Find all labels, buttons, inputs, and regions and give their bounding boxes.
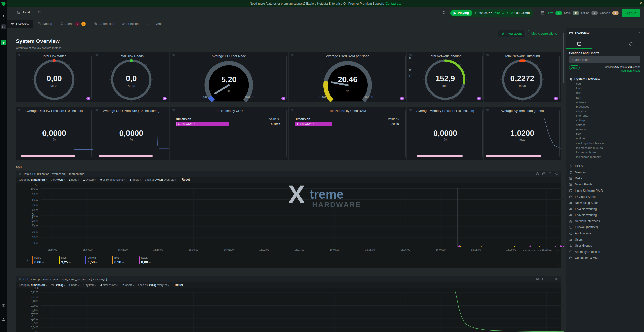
nidl-l-button[interactable]: L — [408, 74, 412, 78]
node-count-live[interactable]: 1 — [555, 11, 562, 15]
chart-toolbar-chip-1[interactable]: the AVG()▾ — [51, 283, 65, 287]
add-space-button[interactable]: + — [1, 40, 6, 45]
chart-toolbar-chip-3[interactable]: 1 system▾ — [83, 178, 96, 181]
nidl-n-button[interactable]: N — [408, 56, 412, 60]
nidl-i-button[interactable]: I — [408, 62, 412, 66]
chart-pin-icon[interactable] — [542, 172, 545, 175]
chart-toolbar-chip-5[interactable]: 2 labels▾ — [130, 178, 141, 181]
date-range[interactable]: 30/03/25 • 15:55 → 16:10 • last 15min — [479, 11, 530, 15]
sidebar-section-ip-virtual-server[interactable]: IP Virtual Server — [569, 195, 597, 199]
legend-item-softirq[interactable]: softirq0,06% — [32, 256, 55, 264]
table-row-bar[interactable]: AS6804T-297F — [176, 122, 229, 126]
sidebar-chart-item-processes[interactable]: processes — [576, 105, 589, 108]
legend-sort-icon[interactable]: ↓ — [27, 258, 29, 261]
netdata-logo[interactable] — [1, 1, 6, 6]
chart-toolbar-chip-0[interactable]: Group by dimension▾ — [19, 178, 47, 181]
settings-gear-icon[interactable]: ⚙ — [37, 10, 41, 14]
sidebar-chart-item-disk[interactable]: disk — [576, 91, 581, 94]
space-icon[interactable] — [1, 24, 6, 29]
sidebar-chart-item-softirqs[interactable]: softirqs — [576, 119, 585, 122]
tab-nodes[interactable]: Nodes — [33, 20, 56, 28]
sidebar-chart-item-load[interactable]: load — [576, 87, 582, 90]
sign-in-button[interactable]: Sign in — [622, 9, 640, 17]
sidebar-chart-item-uptime[interactable]: uptime — [576, 137, 585, 140]
resize-icon[interactable] — [556, 264, 560, 267]
chart-pin-icon[interactable] — [542, 277, 545, 281]
chart-reset-button[interactable]: Reset — [175, 283, 183, 287]
ar-percent-badge[interactable]: AR% — [569, 65, 580, 70]
expand-rail-icon[interactable] — [1, 14, 6, 19]
chart-reset-button[interactable]: Reset — [182, 178, 190, 181]
sidebar-chart-item-ram[interactable]: ram — [576, 96, 581, 99]
chart-toolbar-chip-0[interactable]: Group by dimension▾ — [19, 283, 47, 287]
main-scrollbar[interactable] — [563, 33, 564, 83]
sidebar-section-applications[interactable]: Applications — [569, 232, 591, 235]
alerts-badge-1[interactable]: 3 — [81, 22, 86, 26]
sidebar-section-anomaly-detection[interactable]: Anomaly Detection — [569, 250, 600, 254]
chart-toolbar-chip-6[interactable]: each as AVG() every 2s▾ — [138, 283, 169, 287]
sidebar-section-firewall-netfilter-[interactable]: Firewall (netfilter) — [569, 225, 598, 229]
sidebar-tab-filters[interactable] — [592, 39, 618, 49]
sidebar-chart-item-softnet[interactable]: softnet — [576, 123, 585, 126]
bulb-icon[interactable] — [442, 11, 446, 15]
legend-item-nice[interactable]: nice0,38% — [112, 256, 135, 264]
integrations-button[interactable]: Integrations — [498, 30, 526, 37]
sidebar-section-memory[interactable]: Memory — [569, 171, 586, 174]
sidebar-section-mount-points[interactable]: Mount Points — [569, 183, 592, 186]
tab-events[interactable]: Events — [144, 20, 167, 28]
search-charts-input[interactable] — [569, 56, 640, 63]
sidebar-chart-item-entropy[interactable]: entropy — [576, 128, 586, 131]
sidebar-section-disks[interactable]: Disks — [569, 177, 582, 180]
sidebar-chart-item-ipc-semaphores[interactable]: ipc semaphores — [576, 151, 596, 154]
sidebar-chart-item-ipc-message-queues[interactable]: ipc message queues — [576, 146, 603, 149]
tab-overview[interactable]: Overview — [7, 20, 33, 28]
playing-chevron-icon[interactable]: ▾ — [475, 12, 476, 14]
contact-us-link[interactable]: Contact us. — [385, 2, 401, 5]
share-icon[interactable] — [555, 172, 558, 175]
sidebar-chart-item-idlejitter[interactable]: idlejitter — [576, 110, 586, 113]
chart-toolbar-chip-6[interactable]: each as AVG() every 2s▾ — [145, 178, 176, 181]
profile-icon[interactable] — [1, 317, 6, 322]
sidebar-tab-alerts[interactable] — [618, 39, 644, 49]
sidebar-section-user-groups[interactable]: User Groups — [569, 244, 592, 247]
playing-button[interactable]: ▶Playing — [450, 10, 472, 16]
fullscreen-icon[interactable] — [548, 277, 552, 281]
chart-toolbar-chip-1[interactable]: the AVG()▾ — [51, 178, 65, 181]
sidebar-item-system-overview[interactable]: System Overview — [569, 77, 600, 81]
sidebar-section-linux-software-raid[interactable]: Linux Software RAID — [569, 189, 603, 193]
sidebar-chart-item-clock-synchronization[interactable]: clock synchronization — [576, 142, 604, 145]
node-count-offline[interactable]: 0 — [591, 11, 598, 15]
node-count-stale[interactable]: 0 — [573, 11, 579, 15]
sidebar-chart-item-files[interactable]: files — [576, 132, 581, 135]
sidebar-chart-item-interrupts[interactable]: interrupts — [576, 114, 588, 117]
alerts-badge-0[interactable]: 0 — [75, 22, 80, 26]
banner-close-icon[interactable]: × — [640, 1, 642, 5]
info-icon[interactable] — [536, 172, 539, 175]
share-icon[interactable] — [555, 277, 558, 281]
metric-correlations-button[interactable]: Metric correlations — [528, 30, 560, 37]
help-icon[interactable] — [1, 303, 6, 308]
sidebar-section-network-interfaces[interactable]: Network Interfaces — [569, 219, 600, 223]
chart-toolbar-chip-3[interactable]: 1 system▾ — [83, 283, 96, 287]
sidebar-section-networking-stack[interactable]: Networking Stack — [569, 201, 598, 205]
collapse-sidebar-icon[interactable] — [638, 31, 641, 35]
card-mini-scrollbar[interactable] — [286, 110, 287, 157]
sidebar-section-ipv4-networking[interactable]: IPv4 Networking — [569, 207, 597, 211]
sidebar-section-cpus[interactable]: CPUs — [569, 164, 583, 168]
legend-item-iowait[interactable]: iowait0,00% — [139, 256, 162, 264]
sidebar-section-containers-vms[interactable]: Containers & VMs — [569, 256, 599, 260]
card-mini-scrollbar[interactable] — [405, 110, 406, 157]
chart-toolbar-chip-4[interactable]: 9 of 10 dimensions▾ — [100, 178, 125, 181]
chart-toolbar-chip-5[interactable]: 2 labels▾ — [122, 283, 134, 287]
chart-toolbar-chip-4[interactable]: 3 dimensions▾ — [100, 283, 118, 287]
nidl-d-button[interactable]: D — [408, 68, 412, 72]
chevron-down-icon[interactable]: ▾ — [32, 11, 34, 13]
sidebar-chart-item-network[interactable]: network — [576, 101, 586, 104]
sidebar-section-users[interactable]: Users — [569, 238, 583, 241]
sidebar-section-ipv6-networking[interactable]: IPv6 Networking — [569, 213, 597, 217]
table-row-bar[interactable]: AS6804T-297F — [295, 122, 332, 126]
fullscreen-icon[interactable] — [548, 172, 552, 175]
tab-functions[interactable]: fxFunctions — [118, 20, 145, 28]
sidebar-chart-item-cpu[interactable]: cpu — [576, 82, 581, 85]
node-count-unseen[interactable]: 0 — [612, 11, 619, 15]
